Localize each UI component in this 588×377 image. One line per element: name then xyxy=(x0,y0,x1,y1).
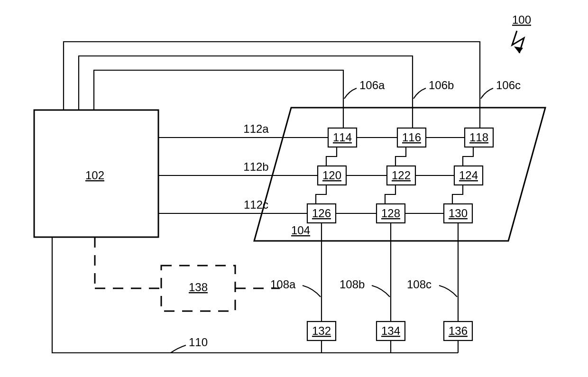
grid-cell-122: 122 xyxy=(387,166,415,185)
leader xyxy=(413,88,426,99)
row-label-a: 112a xyxy=(243,122,269,135)
grid-cell-130: 130 xyxy=(444,204,472,223)
bus-106c xyxy=(64,42,480,110)
bottom-label-b: 108b xyxy=(340,278,365,291)
svg-text:134: 134 xyxy=(381,324,400,337)
vconn xyxy=(463,147,473,166)
bottom-label-c: 108c xyxy=(407,278,432,291)
feedback-label: 110 xyxy=(189,336,208,349)
vconn xyxy=(395,147,406,166)
leader xyxy=(372,285,390,297)
grid-cell-114: 114 xyxy=(328,128,357,147)
figure-number: 100 xyxy=(512,13,531,26)
col-label-b: 106b xyxy=(429,79,454,92)
svg-text:118: 118 xyxy=(469,131,488,144)
leader xyxy=(303,285,321,297)
vconn xyxy=(326,147,337,166)
vconn xyxy=(385,185,395,204)
svg-text:120: 120 xyxy=(322,169,341,182)
leader xyxy=(481,88,493,99)
aux-label: 138 xyxy=(189,281,208,294)
sink-132: 132 xyxy=(307,322,336,340)
col-label-c: 106c xyxy=(496,79,521,92)
grid-cell-128: 128 xyxy=(377,204,405,223)
row-label-c: 112c xyxy=(244,198,268,211)
svg-text:114: 114 xyxy=(333,131,352,144)
leader xyxy=(171,345,186,353)
grid-cell-126: 126 xyxy=(307,204,336,223)
vconn xyxy=(452,185,463,204)
leader xyxy=(439,285,457,297)
panel-label: 104 xyxy=(291,224,310,237)
svg-text:130: 130 xyxy=(449,207,468,220)
svg-text:126: 126 xyxy=(312,207,331,220)
grid-cell-116: 116 xyxy=(397,128,426,147)
controller-label: 102 xyxy=(85,169,104,182)
svg-text:116: 116 xyxy=(402,131,421,144)
grid-cell-124: 124 xyxy=(454,166,483,185)
grid-cell-118: 118 xyxy=(465,128,493,147)
leader xyxy=(344,88,357,99)
svg-text:122: 122 xyxy=(392,169,411,182)
vconn xyxy=(316,185,326,204)
row-label-b: 112b xyxy=(243,160,268,173)
sink-134: 134 xyxy=(377,322,405,340)
sink-136: 136 xyxy=(444,322,472,340)
grid-cell-120: 120 xyxy=(318,166,346,185)
svg-text:128: 128 xyxy=(381,207,400,220)
svg-text:132: 132 xyxy=(312,324,331,337)
svg-text:124: 124 xyxy=(459,169,478,182)
col-label-a: 106a xyxy=(359,79,385,92)
bus-106a xyxy=(94,70,343,110)
svg-text:136: 136 xyxy=(449,324,468,337)
